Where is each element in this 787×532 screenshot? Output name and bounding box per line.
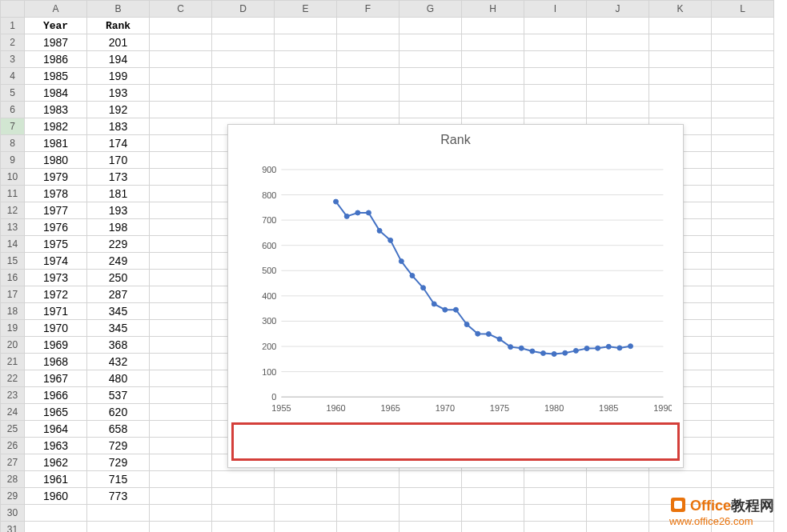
cell-G5[interactable] xyxy=(400,85,462,102)
row-header[interactable]: 13 xyxy=(1,219,25,236)
row-header[interactable]: 22 xyxy=(1,370,25,387)
cell-B29[interactable]: 773 xyxy=(87,488,150,505)
column-header-F[interactable]: F xyxy=(337,1,400,18)
cell-B27[interactable]: 729 xyxy=(87,454,150,471)
cell-B15[interactable]: 249 xyxy=(87,253,150,270)
cell-H30[interactable] xyxy=(462,505,524,522)
cell-H31[interactable] xyxy=(462,522,524,533)
cell-B5[interactable]: 193 xyxy=(87,85,150,102)
row-header[interactable]: 29 xyxy=(1,488,25,505)
row-header[interactable]: 16 xyxy=(1,270,25,286)
cell-L20[interactable] xyxy=(712,337,774,354)
row-header[interactable]: 28 xyxy=(1,471,25,488)
column-header-J[interactable]: J xyxy=(587,1,649,18)
cell-H1[interactable] xyxy=(462,18,524,34)
cell-C24[interactable] xyxy=(150,404,212,421)
cell-I2[interactable] xyxy=(524,34,587,51)
cell-B3[interactable]: 194 xyxy=(87,51,150,68)
cell-J6[interactable] xyxy=(587,102,649,118)
column-header-L[interactable]: L xyxy=(712,1,774,18)
cell-B25[interactable]: 658 xyxy=(87,421,150,438)
cell-J29[interactable] xyxy=(587,488,649,505)
cell-A15[interactable]: 1974 xyxy=(25,253,87,270)
cell-B1[interactable]: Rank xyxy=(87,18,150,34)
cell-J30[interactable] xyxy=(587,505,649,522)
cell-I3[interactable] xyxy=(524,51,587,68)
cell-H5[interactable] xyxy=(462,85,524,102)
cell-A11[interactable]: 1978 xyxy=(25,186,87,202)
cell-G4[interactable] xyxy=(400,68,462,85)
cell-E29[interactable] xyxy=(275,488,337,505)
cell-L14[interactable] xyxy=(712,236,774,253)
cell-E4[interactable] xyxy=(275,68,337,85)
column-header-G[interactable]: G xyxy=(400,1,462,18)
row-header[interactable]: 24 xyxy=(1,404,25,421)
cell-L15[interactable] xyxy=(712,253,774,270)
cell-A2[interactable]: 1987 xyxy=(25,34,87,51)
cell-C6[interactable] xyxy=(150,102,212,118)
cell-H28[interactable] xyxy=(462,471,524,488)
cell-K28[interactable] xyxy=(649,471,712,488)
cell-C12[interactable] xyxy=(150,202,212,219)
row-header[interactable]: 23 xyxy=(1,387,25,404)
cell-L26[interactable] xyxy=(712,438,774,454)
cell-C11[interactable] xyxy=(150,186,212,202)
cell-B11[interactable]: 181 xyxy=(87,186,150,202)
cell-C2[interactable] xyxy=(150,34,212,51)
cell-F1[interactable] xyxy=(337,18,400,34)
cell-E6[interactable] xyxy=(275,102,337,118)
cell-L4[interactable] xyxy=(712,68,774,85)
cell-C9[interactable] xyxy=(150,152,212,169)
cell-H29[interactable] xyxy=(462,488,524,505)
cell-C13[interactable] xyxy=(150,219,212,236)
cell-J28[interactable] xyxy=(587,471,649,488)
cell-I1[interactable] xyxy=(524,18,587,34)
cell-B19[interactable]: 345 xyxy=(87,320,150,337)
cell-E30[interactable] xyxy=(275,505,337,522)
cell-C26[interactable] xyxy=(150,438,212,454)
cell-F3[interactable] xyxy=(337,51,400,68)
cell-L1[interactable] xyxy=(712,18,774,34)
cell-L18[interactable] xyxy=(712,303,774,320)
cell-B12[interactable]: 193 xyxy=(87,202,150,219)
row-header[interactable]: 1 xyxy=(1,18,25,34)
cell-C3[interactable] xyxy=(150,51,212,68)
row-header[interactable]: 18 xyxy=(1,303,25,320)
cell-L24[interactable] xyxy=(712,404,774,421)
cell-C14[interactable] xyxy=(150,236,212,253)
cell-C4[interactable] xyxy=(150,68,212,85)
cell-C29[interactable] xyxy=(150,488,212,505)
row-header[interactable]: 7 xyxy=(1,118,25,135)
cell-K3[interactable] xyxy=(649,51,712,68)
cell-L10[interactable] xyxy=(712,169,774,186)
row-header[interactable]: 11 xyxy=(1,186,25,202)
cell-A12[interactable]: 1977 xyxy=(25,202,87,219)
cell-I31[interactable] xyxy=(524,522,587,533)
cell-L19[interactable] xyxy=(712,320,774,337)
cell-L25[interactable] xyxy=(712,421,774,438)
cell-A30[interactable] xyxy=(25,505,87,522)
cell-L2[interactable] xyxy=(712,34,774,51)
cell-I29[interactable] xyxy=(524,488,587,505)
cell-A14[interactable]: 1975 xyxy=(25,236,87,253)
cell-A1[interactable]: Year xyxy=(25,18,87,34)
cell-E2[interactable] xyxy=(275,34,337,51)
cell-G2[interactable] xyxy=(400,34,462,51)
cell-A17[interactable]: 1972 xyxy=(25,286,87,303)
cell-D4[interactable] xyxy=(212,68,275,85)
cell-A22[interactable]: 1967 xyxy=(25,370,87,387)
row-header[interactable]: 14 xyxy=(1,236,25,253)
cell-B24[interactable]: 620 xyxy=(87,404,150,421)
row-header[interactable]: 6 xyxy=(1,102,25,118)
cell-B28[interactable]: 715 xyxy=(87,471,150,488)
row-header[interactable]: 4 xyxy=(1,68,25,85)
cell-H6[interactable] xyxy=(462,102,524,118)
row-header[interactable]: 30 xyxy=(1,505,25,522)
embedded-chart[interactable]: Rank 01002003004005006007008009001955196… xyxy=(227,124,684,468)
cell-C25[interactable] xyxy=(150,421,212,438)
cell-A28[interactable]: 1961 xyxy=(25,471,87,488)
cell-A23[interactable]: 1966 xyxy=(25,387,87,404)
cell-C21[interactable] xyxy=(150,354,212,370)
cell-C30[interactable] xyxy=(150,505,212,522)
cell-D28[interactable] xyxy=(212,471,275,488)
